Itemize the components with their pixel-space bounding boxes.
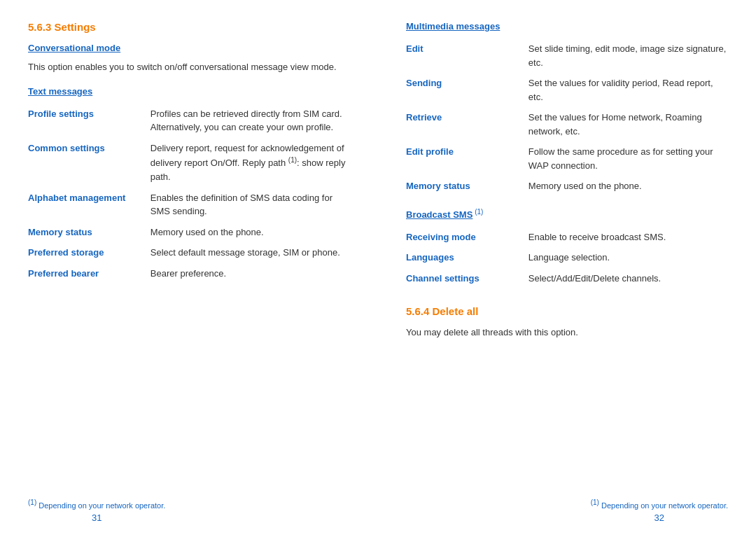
table-row: Edit Set slide timing, edit mode, image … <box>406 39 728 73</box>
broadcast-sms-heading[interactable]: Broadcast SMS <box>406 209 472 220</box>
conversational-mode-heading[interactable]: Conversational mode <box>28 43 350 53</box>
term-edit: Edit <box>406 39 528 73</box>
term-languages: Languages <box>406 247 528 268</box>
table-row: Profile settings Profiles can be retriev… <box>28 104 350 138</box>
term-edit-profile: Edit profile <box>406 141 528 176</box>
desc-memory-status-left: Memory used on the phone. <box>150 222 350 243</box>
table-row: Receiving mode Enable to receive broadca… <box>406 227 728 248</box>
term-memory-status-left: Memory status <box>28 222 150 243</box>
broadcast-superscript: (1) <box>472 208 483 216</box>
conversational-mode-text: This option enables you to switch on/off… <box>28 60 350 75</box>
desc-alphabet-management: Enables the definition of SMS data codin… <box>150 188 350 222</box>
multimedia-messages-table: Edit Set slide timing, edit mode, image … <box>406 39 728 197</box>
section-heading-564: 5.6.4 Delete all <box>406 305 478 317</box>
table-row: Languages Language selection. <box>406 247 728 268</box>
table-row: Channel settings Select/Add/Edit/Delete … <box>406 268 728 289</box>
left-column: 5.6.3 Settings Conversational mode This … <box>28 21 364 351</box>
desc-edit-profile: Follow the same procedure as for setting… <box>528 141 728 176</box>
term-preferred-storage: Preferred storage <box>28 242 150 263</box>
desc-preferred-storage: Select default message storage, SIM or p… <box>150 242 350 263</box>
footer-left: (1) Depending on your network operator. … <box>28 498 165 523</box>
footnote-superscript-right: (1) <box>591 498 599 506</box>
desc-languages: Language selection. <box>528 247 728 268</box>
desc-channel-settings: Select/Add/Edit/Delete channels. <box>528 268 728 289</box>
page-number-right: 32 <box>654 512 664 523</box>
table-row: Memory status Memory used on the phone. <box>28 222 350 243</box>
table-row: Edit profile Follow the same procedure a… <box>406 141 728 176</box>
footer-note-left: (1) Depending on your network operator. <box>28 498 165 510</box>
desc-memory-status-right: Memory used on the phone. <box>528 176 728 197</box>
footer-note-right: (1) Depending on your network operator. <box>591 498 728 510</box>
footer: (1) Depending on your network operator. … <box>0 498 756 523</box>
multimedia-messages-heading[interactable]: Multimedia messages <box>406 21 728 32</box>
desc-preferred-bearer: Bearer preference. <box>150 263 350 284</box>
term-channel-settings: Channel settings <box>406 268 528 289</box>
table-row: Preferred storage Select default message… <box>28 242 350 263</box>
desc-sending: Set the values for validity period, Read… <box>528 73 728 107</box>
term-alphabet-management: Alphabet management <box>28 188 150 222</box>
term-profile-settings: Profile settings <box>28 104 150 138</box>
table-row: Sending Set the values for validity peri… <box>406 73 728 107</box>
page-number-left: 31 <box>92 512 102 523</box>
section-heading-563: 5.6.3 Settings <box>28 21 350 33</box>
delete-all-text: You may delete all threads with this opt… <box>406 326 728 340</box>
desc-retrieve: Set the values for Home network, Roaming… <box>528 107 728 141</box>
table-row: Memory status Memory used on the phone. <box>406 176 728 197</box>
table-row: Common settings Delivery report, request… <box>28 138 350 188</box>
desc-receiving-mode: Enable to receive broadcast SMS. <box>528 227 728 248</box>
term-memory-status-right: Memory status <box>406 176 528 197</box>
desc-profile-settings: Profiles can be retrieved directly from … <box>150 104 350 138</box>
term-sending: Sending <box>406 73 528 107</box>
term-receiving-mode: Receiving mode <box>406 227 528 248</box>
text-messages-heading[interactable]: Text messages <box>28 86 350 97</box>
footer-right: (1) Depending on your network operator. … <box>591 498 728 523</box>
table-row: Retrieve Set the values for Home network… <box>406 107 728 141</box>
text-messages-table: Profile settings Profiles can be retriev… <box>28 104 350 284</box>
broadcast-sms-table: Receiving mode Enable to receive broadca… <box>406 227 728 289</box>
right-column: Multimedia messages Edit Set slide timin… <box>392 21 728 351</box>
term-retrieve: Retrieve <box>406 107 528 141</box>
desc-edit: Set slide timing, edit mode, image size … <box>528 39 728 73</box>
term-common-settings: Common settings <box>28 138 150 188</box>
footnote-superscript-left: (1) <box>28 498 36 506</box>
term-preferred-bearer: Preferred bearer <box>28 263 150 284</box>
table-row: Preferred bearer Bearer preference. <box>28 263 350 284</box>
table-row: Alphabet management Enables the definiti… <box>28 188 350 222</box>
desc-common-settings: Delivery report, request for acknowledge… <box>150 138 350 188</box>
